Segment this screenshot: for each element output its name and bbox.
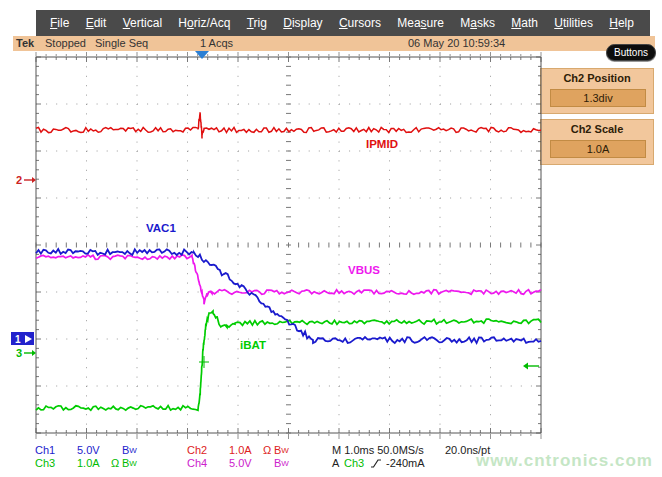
menu-bar: FileEditVerticalHoriz/AcqTrigDisplayCurs… xyxy=(36,10,650,36)
menu-item-display[interactable]: Display xyxy=(283,16,322,30)
watermark: www.cntronics.com xyxy=(476,451,653,471)
trace-label-vac1: VAC1 xyxy=(146,222,176,234)
ch2-position-title: Ch2 Position xyxy=(541,72,653,84)
menu-item-horizacq[interactable]: Horiz/Acq xyxy=(178,16,230,30)
menu-item-masks[interactable]: Masks xyxy=(460,16,495,30)
impedance-icon-ch2: Ω xyxy=(263,444,271,456)
rising-slope-icon xyxy=(370,458,382,469)
ch2-position-value[interactable]: 1.3div xyxy=(550,89,646,107)
ch2-reference-arrowhead xyxy=(32,177,36,183)
trace-label-ipmid: IPMID xyxy=(366,138,398,150)
ch2-scale-value[interactable]: 1.0A xyxy=(550,140,646,158)
channel-scale-ch2: 1.0A xyxy=(229,444,252,456)
menu-item-measure[interactable]: Measure xyxy=(397,16,444,30)
trace-vbus xyxy=(36,255,541,304)
channel-label-ch3: Ch3 xyxy=(35,457,55,469)
trigger-source-readout: Ch3 xyxy=(344,457,364,469)
menu-item-trig[interactable]: Trig xyxy=(247,16,267,30)
menu-item-help[interactable]: Help xyxy=(609,16,634,30)
ch2-position-panel: Ch2 Position 1.3div xyxy=(540,68,654,114)
acquisition-status: Stopped xyxy=(45,37,86,49)
tek-logo: Tek xyxy=(16,37,34,49)
channel-scale-ch4: 5.0V xyxy=(229,457,252,469)
buttons-button[interactable]: Buttons xyxy=(606,44,656,61)
menu-item-vertical[interactable]: Vertical xyxy=(123,16,162,30)
ch2-reference-marker[interactable]: 2 xyxy=(16,174,22,186)
ch3-reference-arrowhead xyxy=(32,350,36,356)
channel-label-ch1: Ch1 xyxy=(35,444,55,456)
acquisition-count: 1 Acqs xyxy=(200,37,233,49)
trigger-level-readout: -240mA xyxy=(386,457,425,469)
scope-display: VBUSiBATVAC1IPMID231 xyxy=(8,50,543,446)
bandwidth-icon-ch2: BW xyxy=(274,444,289,456)
trigger-position-marker[interactable] xyxy=(195,51,209,59)
menu-item-utilities[interactable]: Utilities xyxy=(554,16,593,30)
trace-ipmid xyxy=(36,112,541,138)
menu-item-cursors[interactable]: Cursors xyxy=(339,16,381,30)
menu-item-math[interactable]: Math xyxy=(511,16,538,30)
channel-label-ch4: Ch4 xyxy=(187,457,207,469)
ch2-scale-panel: Ch2 Scale 1.0A xyxy=(540,119,654,165)
status-bar: Tek Stopped Single Seq 1 Acqs 06 May 20 … xyxy=(13,36,655,51)
channel-scale-ch1: 5.0V xyxy=(77,444,100,456)
datetime: 06 May 20 10:59:34 xyxy=(408,37,505,49)
timebase-readout: M 1.0ms 50.0MS/s xyxy=(332,444,424,456)
trigger-mode-readout: A xyxy=(332,457,339,469)
trace-label-ibat: iBAT xyxy=(240,339,266,351)
ch3-reference-marker[interactable]: 3 xyxy=(16,347,22,359)
ch2-scale-title: Ch2 Scale xyxy=(541,123,653,135)
channel-label-ch2: Ch2 xyxy=(187,444,207,456)
bandwidth-icon-ch4: BW xyxy=(274,457,289,469)
ch1-reference-label: 1 xyxy=(15,334,21,345)
bandwidth-icon-ch1: BW xyxy=(122,444,137,456)
bandwidth-icon-ch3: BW xyxy=(122,457,137,469)
channel-scale-ch3: 1.0A xyxy=(77,457,100,469)
menu-item-edit[interactable]: Edit xyxy=(86,16,107,30)
acquisition-mode: Single Seq xyxy=(95,37,148,49)
oscilloscope-app: FileEditVerticalHoriz/AcqTrigDisplayCurs… xyxy=(0,0,662,477)
menu-item-file[interactable]: File xyxy=(50,16,69,30)
trace-vac1 xyxy=(36,249,541,343)
trigger-level-arrowhead xyxy=(523,363,528,370)
trace-label-vbus: VBUS xyxy=(348,264,380,276)
impedance-icon-ch3: Ω xyxy=(111,457,119,469)
